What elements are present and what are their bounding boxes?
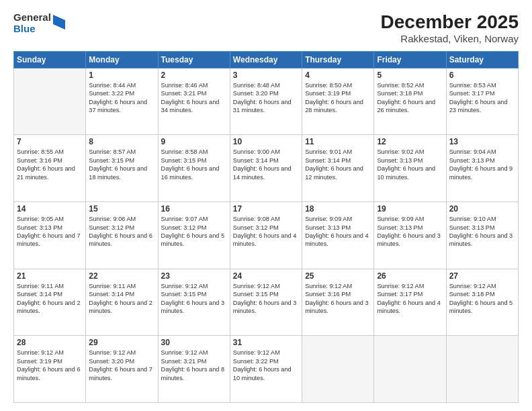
day-of-week-header: Tuesday — [158, 51, 230, 68]
day-number: 27 — [449, 271, 515, 281]
day-number: 8 — [89, 137, 154, 146]
day-number: 28 — [17, 338, 83, 347]
day-number: 1 — [89, 71, 154, 80]
calendar-header-row: SundayMondayTuesdayWednesdayThursdayFrid… — [14, 51, 519, 68]
cell-sun-info: Sunrise: 8:50 AMSunset: 3:19 PMDaylight:… — [305, 81, 371, 115]
cell-sun-info: Sunrise: 9:09 AMSunset: 3:13 PMDaylight:… — [305, 215, 371, 248]
day-of-week-header: Sunday — [14, 51, 86, 68]
calendar-cell: 3Sunrise: 8:48 AMSunset: 3:20 PMDaylight… — [230, 68, 302, 135]
calendar-cell: 30Sunrise: 9:12 AMSunset: 3:21 PMDayligh… — [158, 336, 230, 403]
calendar-cell: 27Sunrise: 9:12 AMSunset: 3:18 PMDayligh… — [446, 269, 518, 336]
calendar-cell: 26Sunrise: 9:12 AMSunset: 3:17 PMDayligh… — [374, 269, 446, 336]
calendar-cell: 19Sunrise: 9:09 AMSunset: 3:13 PMDayligh… — [374, 202, 446, 269]
cell-sun-info: Sunrise: 8:44 AMSunset: 3:22 PMDaylight:… — [89, 81, 154, 115]
cell-sun-info: Sunrise: 9:09 AMSunset: 3:13 PMDaylight:… — [377, 215, 443, 248]
cell-sun-info: Sunrise: 9:10 AMSunset: 3:13 PMDaylight:… — [449, 215, 515, 248]
day-of-week-header: Friday — [374, 51, 446, 68]
calendar-cell — [302, 336, 374, 403]
day-of-week-header: Monday — [86, 51, 158, 68]
day-of-week-header: Thursday — [302, 51, 374, 68]
cell-sun-info: Sunrise: 9:12 AMSunset: 3:16 PMDaylight:… — [305, 282, 371, 316]
day-number: 13 — [449, 137, 515, 146]
cell-sun-info: Sunrise: 9:05 AMSunset: 3:13 PMDaylight:… — [17, 215, 83, 248]
calendar-cell: 21Sunrise: 9:11 AMSunset: 3:14 PMDayligh… — [14, 269, 86, 336]
day-number: 2 — [161, 71, 227, 80]
cell-sun-info: Sunrise: 8:48 AMSunset: 3:20 PMDaylight:… — [233, 81, 299, 115]
cell-sun-info: Sunrise: 9:11 AMSunset: 3:14 PMDaylight:… — [17, 282, 83, 316]
day-number: 21 — [17, 271, 83, 281]
cell-sun-info: Sunrise: 9:04 AMSunset: 3:13 PMDaylight:… — [449, 148, 515, 181]
calendar-cell — [374, 336, 446, 403]
day-of-week-header: Saturday — [446, 51, 518, 68]
day-number: 17 — [233, 204, 299, 214]
day-number: 29 — [89, 338, 154, 347]
day-number: 5 — [377, 71, 443, 80]
cell-sun-info: Sunrise: 9:00 AMSunset: 3:14 PMDaylight:… — [233, 148, 299, 181]
cell-sun-info: Sunrise: 9:08 AMSunset: 3:12 PMDaylight:… — [233, 215, 299, 248]
calendar-cell: 29Sunrise: 9:12 AMSunset: 3:20 PMDayligh… — [86, 336, 158, 403]
logo: General Blue — [13, 12, 65, 34]
calendar-cell: 15Sunrise: 9:06 AMSunset: 3:12 PMDayligh… — [86, 202, 158, 269]
day-number: 6 — [449, 71, 515, 80]
day-number: 19 — [377, 204, 443, 214]
calendar-cell: 16Sunrise: 9:07 AMSunset: 3:12 PMDayligh… — [158, 202, 230, 269]
cell-sun-info: Sunrise: 9:12 AMSunset: 3:17 PMDaylight:… — [377, 282, 443, 316]
cell-sun-info: Sunrise: 9:01 AMSunset: 3:14 PMDaylight:… — [305, 148, 371, 181]
logo-general: General — [13, 12, 51, 24]
calendar-cell: 4Sunrise: 8:50 AMSunset: 3:19 PMDaylight… — [302, 68, 374, 135]
cell-sun-info: Sunrise: 9:12 AMSunset: 3:19 PMDaylight:… — [17, 349, 83, 382]
logo-blue: Blue — [13, 24, 51, 35]
calendar-cell: 25Sunrise: 9:12 AMSunset: 3:16 PMDayligh… — [302, 269, 374, 336]
calendar-cell: 2Sunrise: 8:46 AMSunset: 3:21 PMDaylight… — [158, 68, 230, 135]
day-number: 22 — [89, 271, 154, 281]
calendar-week-row: 14Sunrise: 9:05 AMSunset: 3:13 PMDayligh… — [14, 202, 519, 269]
day-number: 20 — [449, 204, 515, 214]
page-subtitle: Rakkestad, Viken, Norway — [381, 33, 519, 44]
day-number: 7 — [17, 137, 83, 146]
calendar-cell: 7Sunrise: 8:55 AMSunset: 3:16 PMDaylight… — [14, 135, 86, 202]
calendar-cell: 1Sunrise: 8:44 AMSunset: 3:22 PMDaylight… — [86, 68, 158, 135]
day-number: 10 — [233, 137, 299, 146]
calendar-week-row: 7Sunrise: 8:55 AMSunset: 3:16 PMDaylight… — [14, 135, 519, 202]
cell-sun-info: Sunrise: 9:11 AMSunset: 3:14 PMDaylight:… — [89, 282, 154, 316]
day-number: 26 — [377, 271, 443, 281]
calendar-cell: 20Sunrise: 9:10 AMSunset: 3:13 PMDayligh… — [446, 202, 518, 269]
calendar-cell: 22Sunrise: 9:11 AMSunset: 3:14 PMDayligh… — [86, 269, 158, 336]
calendar-cell — [14, 68, 86, 135]
calendar-cell: 13Sunrise: 9:04 AMSunset: 3:13 PMDayligh… — [446, 135, 518, 202]
cell-sun-info: Sunrise: 8:55 AMSunset: 3:16 PMDaylight:… — [17, 148, 83, 181]
calendar-week-row: 1Sunrise: 8:44 AMSunset: 3:22 PMDaylight… — [14, 68, 519, 135]
calendar-cell: 12Sunrise: 9:02 AMSunset: 3:13 PMDayligh… — [374, 135, 446, 202]
day-number: 16 — [161, 204, 227, 214]
day-of-week-header: Wednesday — [230, 51, 302, 68]
logo-icon — [53, 15, 65, 30]
day-number: 25 — [305, 271, 371, 281]
day-number: 30 — [161, 338, 227, 347]
calendar: SundayMondayTuesdayWednesdayThursdayFrid… — [13, 51, 519, 403]
calendar-cell: 18Sunrise: 9:09 AMSunset: 3:13 PMDayligh… — [302, 202, 374, 269]
cell-sun-info: Sunrise: 9:12 AMSunset: 3:20 PMDaylight:… — [89, 349, 154, 382]
cell-sun-info: Sunrise: 9:12 AMSunset: 3:22 PMDaylight:… — [233, 349, 299, 382]
day-number: 31 — [233, 338, 299, 347]
calendar-cell: 9Sunrise: 8:58 AMSunset: 3:15 PMDaylight… — [158, 135, 230, 202]
calendar-cell: 5Sunrise: 8:52 AMSunset: 3:18 PMDaylight… — [374, 68, 446, 135]
cell-sun-info: Sunrise: 9:06 AMSunset: 3:12 PMDaylight:… — [89, 215, 154, 248]
cell-sun-info: Sunrise: 9:02 AMSunset: 3:13 PMDaylight:… — [377, 148, 443, 181]
page: General Blue December 2025 Rakkestad, Vi… — [0, 0, 532, 411]
calendar-cell: 23Sunrise: 9:12 AMSunset: 3:15 PMDayligh… — [158, 269, 230, 336]
cell-sun-info: Sunrise: 9:12 AMSunset: 3:18 PMDaylight:… — [449, 282, 515, 316]
calendar-week-row: 21Sunrise: 9:11 AMSunset: 3:14 PMDayligh… — [14, 269, 519, 336]
calendar-cell: 14Sunrise: 9:05 AMSunset: 3:13 PMDayligh… — [14, 202, 86, 269]
day-number: 15 — [89, 204, 154, 214]
cell-sun-info: Sunrise: 8:57 AMSunset: 3:15 PMDaylight:… — [89, 148, 154, 181]
logo-text: General Blue — [13, 12, 51, 34]
cell-sun-info: Sunrise: 9:12 AMSunset: 3:21 PMDaylight:… — [161, 349, 227, 382]
day-number: 4 — [305, 71, 371, 80]
day-number: 24 — [233, 271, 299, 281]
cell-sun-info: Sunrise: 9:12 AMSunset: 3:15 PMDaylight:… — [233, 282, 299, 316]
calendar-cell: 31Sunrise: 9:12 AMSunset: 3:22 PMDayligh… — [230, 336, 302, 403]
page-title: December 2025 — [381, 12, 519, 33]
cell-sun-info: Sunrise: 8:53 AMSunset: 3:17 PMDaylight:… — [449, 81, 515, 115]
day-number: 11 — [305, 137, 371, 146]
calendar-cell: 10Sunrise: 9:00 AMSunset: 3:14 PMDayligh… — [230, 135, 302, 202]
